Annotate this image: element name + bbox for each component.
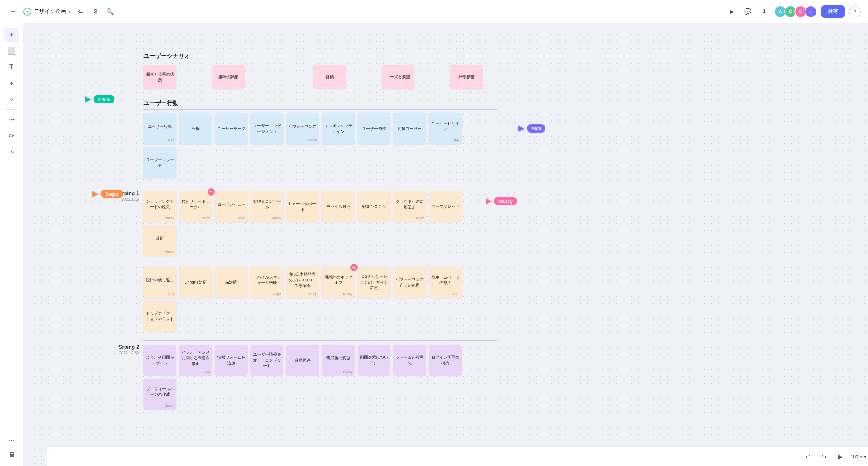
card-s2-3[interactable]: ユーザー情報をオートコンプリート	[250, 345, 283, 376]
behavior-cards-row: ユーザー行動Alex 分析 ユーザーデータ ユーザーエンゲージメント パフォーマ…	[96, 109, 497, 184]
scenario-title: ユーザーシナリオ	[143, 52, 190, 60]
card-behavior-4[interactable]: パフォーマンスNancy	[286, 113, 319, 144]
card-s1r1-5[interactable]: モバイル対応	[322, 191, 355, 222]
card-behavior-9[interactable]: ユーザーリサーチ	[143, 147, 176, 178]
sidebar-shape-tool[interactable]: ○	[4, 92, 19, 106]
card-s1r2-6[interactable]: iOSナビゲーションのデザイン変更	[358, 267, 390, 298]
card-s2-6[interactable]: 画面表示について	[358, 345, 390, 376]
sidebar-bottom: ⋯ 🖥	[4, 433, 19, 462]
card-behavior-5[interactable]: レスポンシブデザイン	[322, 113, 355, 144]
card-s1r1-3[interactable]: 管理者コンソールNancy	[250, 191, 283, 222]
undo-button[interactable]: ↩	[802, 451, 814, 463]
card-s1r1-6[interactable]: 発券システム	[358, 191, 390, 222]
cursor-alex: ▶ Alex	[518, 123, 545, 133]
header-card-3[interactable]: ニーズと要望	[382, 65, 414, 89]
card-s1r2-1[interactable]: Chrome対応	[179, 267, 212, 298]
card-s1r1-8[interactable]: アップグレード	[429, 191, 462, 222]
spring2-label: Srping 2 2022.12.30	[96, 340, 143, 355]
header-cards-row: 個人と仕事の状況 趣味の詳細 目標 ニーズと要望 外部影響	[96, 62, 497, 92]
card-s2-8[interactable]: ログイン画面の構築	[429, 345, 462, 376]
sidebar-divider	[6, 109, 17, 110]
header-card-0[interactable]: 個人と仕事の状況	[143, 65, 176, 89]
sidebar-scissors-tool[interactable]: ✂	[4, 145, 19, 159]
card-s1r2-4[interactable]: 第3四半期発売のプレスリリースを確認Nancy	[286, 267, 319, 298]
card-s1r2-9[interactable]: トップナビゲーションのテスト	[143, 301, 176, 332]
card-s1r1-1[interactable]: +1技術サポートポータルNancy	[179, 191, 212, 222]
card-s1r1-2[interactable]: コードレビューSuger	[215, 191, 248, 222]
tag-icon[interactable]: 🏷	[75, 6, 87, 17]
cursor-clara-label: Clara	[94, 95, 114, 103]
card-s1r2-7[interactable]: パフォーマンス向上の範囲	[393, 267, 426, 298]
card-s1r2-2[interactable]: IE対応	[215, 267, 248, 298]
badge-s1r1-1: +1	[208, 188, 215, 196]
spring1-cards-area: ショッピングカードの改良Nancy +1技術サポートポータルNancy コードレ…	[143, 187, 497, 262]
header-card-1[interactable]: 趣味の詳細	[212, 65, 245, 89]
avatar-group: A C C L	[774, 5, 817, 18]
behavior-title: ユーザー行動	[143, 100, 178, 107]
search-icon[interactable]: 🔍	[104, 6, 116, 17]
sidebar-select-tool[interactable]: ✦	[4, 28, 19, 42]
sidebar-pen-tool[interactable]: 〜	[4, 112, 19, 127]
card-s2-9[interactable]: プロフィールページの作成Nancy	[143, 379, 176, 410]
scenario-title-row: ユーザーシナリオ	[96, 52, 497, 60]
card-s1r2-8[interactable]: 新ホームページの導入Clara	[429, 267, 462, 298]
card-behavior-6[interactable]: ユーザー誘致	[358, 113, 390, 144]
spring2-title: Srping 2	[96, 344, 139, 350]
card-s2-5[interactable]: 背景色の変更Nancy	[322, 345, 355, 376]
sidebar-pencil-tool[interactable]: ✏	[4, 129, 19, 143]
card-behavior-3[interactable]: ユーザーエンゲージメント	[250, 113, 283, 144]
cursor-clara: ▶ Clara	[85, 94, 114, 104]
canvas[interactable]: ▶ Clara ▶ Alex ▶ Suger ▶ Nancy ユーザーシナリオ …	[23, 23, 868, 466]
card-behavior-7[interactable]: 対象ユーザー	[393, 113, 426, 144]
sidebar-frame-tool[interactable]: ⬜	[4, 44, 19, 58]
card-s1r1-7[interactable]: クラウドへの対応追加Nancy	[393, 191, 426, 222]
card-s1r2-5[interactable]: +1再設計のキックオフNancy	[322, 267, 355, 298]
behavior-section-label	[96, 109, 143, 112]
sidebar-text-tool[interactable]: T	[4, 60, 19, 74]
sidebar-present-icon[interactable]: 🖥	[4, 447, 19, 462]
board-container: ユーザーシナリオ 個人と仕事の状況 趣味の詳細 目標 ニーズと要望 外部影響 ユ…	[96, 52, 497, 417]
card-behavior-0[interactable]: ユーザー行動Alex	[143, 113, 176, 144]
download-icon[interactable]: ⬇	[758, 6, 770, 17]
zoom-control[interactable]: 100% ▾	[851, 454, 867, 459]
comment-icon[interactable]: 💬	[742, 6, 754, 17]
spring2-row: Srping 2 2022.12.30 ようこそ画面をデザイン パフォーマンスに…	[96, 340, 497, 415]
card-s2-2[interactable]: 情報フォームを追加	[215, 345, 248, 376]
spring1-row1: Srping 1 2022.12.5 ショッピングカードの改良Nancy +1技…	[96, 187, 497, 262]
back-button[interactable]: ←	[7, 6, 19, 17]
spring1-row2-label	[96, 263, 143, 267]
share-button[interactable]: 共有	[821, 5, 845, 18]
play-mode-button[interactable]: ▶	[835, 451, 846, 463]
sidebar: ✦ ⬜ T ♦ ○ 〜 ✏ ✂ ⋯ 🖥	[0, 23, 23, 466]
card-s1r1-9[interactable]: 反応Nancy	[143, 225, 176, 256]
sidebar-sticky-tool[interactable]: ♦	[4, 76, 19, 90]
redo-button[interactable]: ↪	[818, 451, 830, 463]
settings-icon[interactable]: ⚙	[90, 6, 101, 17]
card-s1r2-3[interactable]: モバイルスケジュール機能Suger	[250, 267, 283, 298]
title-dropdown-arrow[interactable]: ▾	[68, 9, 71, 14]
card-behavior-2[interactable]: ユーザーデータ	[215, 113, 248, 144]
card-s2-1[interactable]: パフォーマンスに関する問題を修正Alex	[179, 345, 212, 376]
behavior-cards-area: ユーザー行動Alex 分析 ユーザーデータ ユーザーエンゲージメント パフォーマ…	[143, 109, 497, 184]
header-card-2[interactable]: 目標	[313, 65, 346, 89]
cursor-nancy: ▶ Nancy	[486, 196, 517, 206]
header-card-4[interactable]: 外部影響	[450, 65, 483, 89]
card-s2-0[interactable]: ようこそ画面をデザイン	[143, 345, 176, 376]
card-s1r1-4[interactable]: Eメールサポート	[286, 191, 319, 222]
card-behavior-8[interactable]: ユーザービリティAlex	[429, 113, 462, 144]
cursor-alex-label: Alex	[527, 124, 545, 133]
card-s1r1-0[interactable]: ショッピングカードの改良Nancy	[143, 191, 176, 222]
zoom-dropdown-arrow[interactable]: ▾	[864, 454, 867, 459]
project-title-area[interactable]: デザイン企画 ▾	[23, 8, 71, 16]
avatar-l[interactable]: L	[805, 5, 817, 18]
play-icon[interactable]: ▶	[726, 6, 738, 17]
card-behavior-1[interactable]: 分析	[179, 113, 212, 144]
spring1-row2-cards: 設計の繰り返しAlex Chrome対応 IE対応 モバイルスケジュール機能Su…	[143, 263, 497, 337]
header-cards-area: 個人と仕事の状況 趣味の詳細 目標 ニーズと要望 外部影響	[143, 62, 497, 92]
card-s1r2-0[interactable]: 設計の繰り返しAlex	[143, 267, 176, 298]
help-button[interactable]: ?	[849, 6, 861, 17]
card-s2-4[interactable]: 自動保存	[286, 345, 319, 376]
spring1-row2: 設計の繰り返しAlex Chrome対応 IE対応 モバイルスケジュール機能Su…	[96, 263, 497, 337]
sidebar-more-icon[interactable]: ⋯	[4, 433, 19, 447]
card-s2-7[interactable]: フォームの標準化	[393, 345, 426, 376]
